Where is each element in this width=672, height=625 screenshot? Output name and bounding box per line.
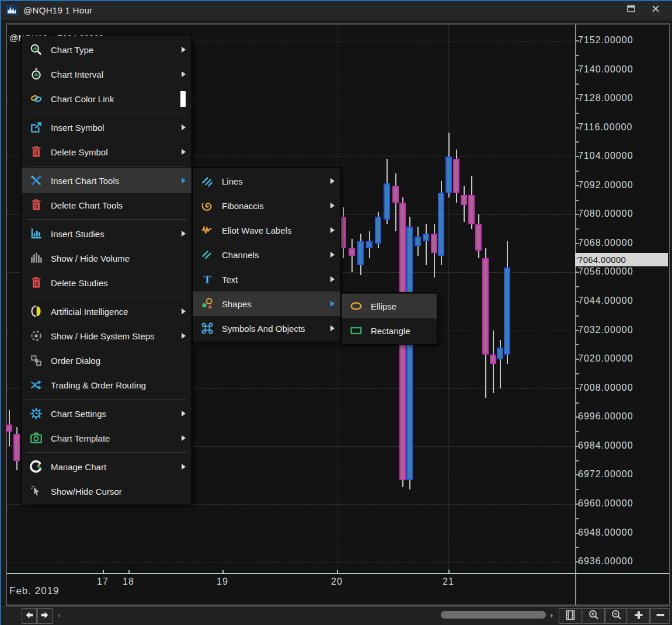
price-tick xyxy=(576,286,579,287)
restore-button[interactable] xyxy=(624,3,638,17)
text-icon: T xyxy=(200,273,215,286)
menu-item-trading-order-routing[interactable]: Trading & Order Routing xyxy=(22,373,191,397)
submenu-arrow-icon xyxy=(182,71,186,77)
menu-item-label: Show / Hide System Steps xyxy=(51,331,171,341)
menu-item-show-hide-system-steps[interactable]: Show / Hide System Steps xyxy=(22,324,191,348)
chart-interval-icon xyxy=(29,68,44,81)
submenu-arrow-icon xyxy=(182,124,186,130)
menu-item-insert-studies[interactable]: Insert Studies xyxy=(22,221,191,246)
ellipse-icon xyxy=(349,300,364,312)
menu-item-symbols-and-objects[interactable]: Symbols And Objects xyxy=(193,316,340,341)
film-icon xyxy=(565,609,576,623)
price-axis-label: 6984.00000 xyxy=(578,440,633,451)
candle xyxy=(340,217,346,248)
current-price-tag: 7064.00000 xyxy=(575,253,668,266)
candle xyxy=(453,159,459,193)
menu-item-delete-chart-tools[interactable]: Delete Chart Tools xyxy=(22,193,191,217)
date-axis-label: 21 xyxy=(443,577,454,587)
chart-settings-icon xyxy=(29,407,44,420)
menu-item-label: Text xyxy=(222,275,320,284)
menu-item-text[interactable]: TText xyxy=(193,267,340,291)
menu-item-channels[interactable]: Channels xyxy=(193,242,340,267)
menu-item-chart-type[interactable]: Chart Type xyxy=(22,37,191,62)
menu-item-fibonaccis[interactable]: Fibonaccis xyxy=(193,193,340,218)
close-button[interactable] xyxy=(649,3,663,17)
menu-item-chart-color-link[interactable]: Chart Color Link xyxy=(22,86,191,111)
menu-separator xyxy=(22,217,191,221)
menu-item-artificial-intelligence[interactable]: Artificial Intelligence xyxy=(22,299,191,324)
menu-item-rectangle[interactable]: Rectangle xyxy=(342,318,437,343)
menu-separator xyxy=(22,397,191,401)
menu-item-chart-template[interactable]: Chart Template xyxy=(22,426,191,450)
menu-item-delete-symbol[interactable]: Delete Symbol xyxy=(22,140,191,164)
date-tick xyxy=(128,570,130,573)
price-tick xyxy=(576,431,579,432)
price-axis-label: 7104.00000 xyxy=(578,151,633,161)
candle xyxy=(366,241,372,248)
trash-icon xyxy=(29,145,44,158)
film-view-button[interactable] xyxy=(559,608,582,624)
title-bar: @NQH19 1 Hour xyxy=(0,0,672,20)
submenu-arrow-icon xyxy=(330,276,335,282)
candle xyxy=(445,157,452,193)
scrollbar-left-arrow[interactable] xyxy=(54,609,64,622)
menu-item-insert-symbol[interactable]: Insert Symbol xyxy=(22,115,191,140)
menu-item-insert-chart-tools[interactable]: Insert Chart Tools xyxy=(22,168,191,193)
candle xyxy=(490,355,496,364)
menu-item-eliot-wave-labels[interactable]: Eliot Wave Labels xyxy=(193,218,340,242)
date-tick xyxy=(103,570,104,573)
period-label: Feb. 2019 xyxy=(9,585,60,597)
submenu-arrow-icon xyxy=(182,178,186,183)
bar-spacing-decrease-button[interactable] xyxy=(650,608,670,624)
v-gridline xyxy=(448,25,449,573)
menu-item-label: Lines xyxy=(222,176,320,186)
menu-item-order-dialog[interactable]: Order Dialog xyxy=(22,348,191,373)
bar-spacing-increase-button[interactable] xyxy=(628,608,650,624)
zoom-out-button[interactable] xyxy=(605,608,627,624)
volume-icon xyxy=(29,252,44,265)
candle xyxy=(6,425,12,432)
date-axis-label: 18 xyxy=(123,577,134,587)
menu-item-ellipse[interactable]: Ellipse xyxy=(342,294,437,318)
price-tick xyxy=(576,228,579,230)
bottom-toolbar xyxy=(0,606,672,625)
candle xyxy=(468,195,475,224)
price-axis-label: 7020.00000 xyxy=(578,353,633,364)
minus-icon xyxy=(654,609,666,623)
price-axis-label: 7140.00000 xyxy=(578,64,633,75)
menu-item-label: Show / Hide Volume xyxy=(51,254,186,263)
price-axis-label: 7044.00000 xyxy=(578,296,633,306)
scrollbar-thumb[interactable] xyxy=(441,611,546,619)
menu-separator xyxy=(22,295,191,299)
submenu-arrow-icon xyxy=(330,301,335,307)
scroll-right-button[interactable] xyxy=(37,608,53,624)
menu-separator xyxy=(22,111,191,115)
candle xyxy=(504,268,510,355)
submenu-arrow-icon xyxy=(182,149,186,155)
zoom-in-icon xyxy=(588,609,600,623)
zoom-in-button[interactable] xyxy=(583,608,605,624)
menu-item-shapes[interactable]: Shapes xyxy=(193,291,340,316)
submenu-arrow-icon xyxy=(182,411,186,416)
date-tick xyxy=(337,570,338,573)
scrollbar-right-arrow[interactable] xyxy=(546,609,557,622)
scroll-left-button[interactable] xyxy=(22,608,37,624)
chart-color-link-icon xyxy=(29,92,44,105)
menu-item-delete-studies[interactable]: Delete Studies xyxy=(22,270,191,295)
date-axis-line xyxy=(7,573,669,574)
price-axis-label: 7008.00000 xyxy=(578,383,633,393)
menu-item-show-hide-volume[interactable]: Show / Hide Volume xyxy=(22,246,191,270)
price-tick xyxy=(576,489,579,490)
menu-item-chart-interval[interactable]: Chart Interval xyxy=(22,62,191,86)
submenu-arrow-icon xyxy=(182,231,186,237)
submenu-arrow-icon xyxy=(330,203,335,209)
menu-item-show-hide-cursor[interactable]: Show/Hide Cursor xyxy=(22,479,191,504)
menu-item-label: Delete Symbol xyxy=(51,147,171,157)
price-axis-label: 6948.00000 xyxy=(578,527,633,538)
menu-item-lines[interactable]: Lines xyxy=(193,169,340,193)
price-axis: 7064.00000 7152.000007140.000007128.0000… xyxy=(575,25,670,573)
chart-tools-submenu: LinesFibonaccisEliot Wave LabelsChannels… xyxy=(193,168,340,342)
menu-item-chart-settings[interactable]: Chart Settings xyxy=(22,401,191,426)
menu-item-manage-chart[interactable]: Manage Chart xyxy=(22,454,191,479)
menu-item-label: Symbols And Objects xyxy=(222,324,320,334)
